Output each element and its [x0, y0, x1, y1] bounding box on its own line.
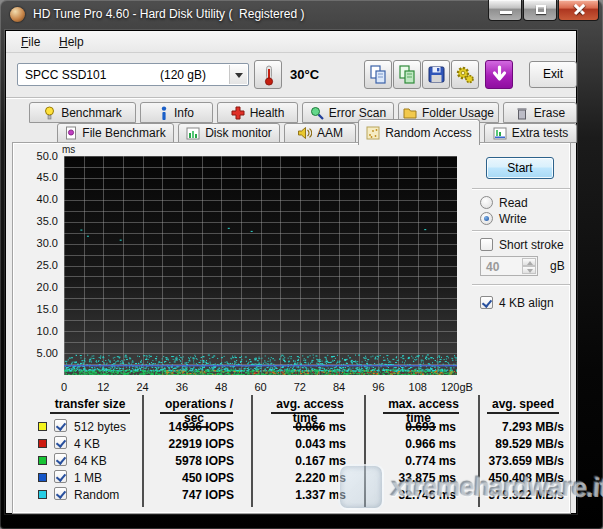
row-checkbox-512-bytes[interactable] [54, 419, 67, 432]
col-header-avg-speed: avg. speed [482, 397, 564, 411]
short-stroke-size-input[interactable]: 40 [480, 256, 538, 276]
temperature-button[interactable] [254, 60, 282, 89]
x-tick-label: 108 [409, 381, 427, 393]
operations-value: 747 IOPS [146, 488, 234, 502]
write-radio[interactable] [480, 212, 493, 225]
row-checkbox-random[interactable] [54, 487, 67, 500]
minimize-button[interactable] [488, 0, 522, 21]
series-color-swatch [38, 490, 47, 499]
avg-access-value: 0.167 ms [254, 454, 346, 468]
magnifier-icon [310, 106, 324, 120]
max-access-value: 0.966 ms [367, 437, 456, 451]
dropdown-arrow-box[interactable] [229, 65, 247, 84]
avg-speed-value: 450.408 MB/s [480, 471, 564, 485]
max-access-value: 0.693 ms [367, 420, 456, 434]
tab-file-benchmark[interactable]: File Benchmark [57, 123, 174, 143]
avg-speed-value: 7.293 MB/s [480, 420, 564, 434]
x-tick-label: 60 [254, 381, 266, 393]
copy-results-button[interactable] [393, 60, 421, 89]
max-access-value: 0.774 ms [367, 454, 456, 468]
row-checkbox-64kb[interactable] [54, 453, 67, 466]
row-label: Random [74, 488, 119, 502]
tab-health[interactable]: Health [217, 102, 298, 123]
y-tick-label: 20.0 [14, 281, 58, 294]
options-icon [455, 64, 476, 86]
random-access-scatter-canvas [64, 156, 457, 375]
maximize-button[interactable] [523, 0, 557, 21]
tab-label: Health [250, 106, 285, 120]
options-button[interactable] [451, 60, 479, 89]
short-stroke-checkbox[interactable] [480, 238, 493, 251]
table-row: 4 KB 22919 IOPS 0.043 ms 0.966 ms 89.529… [14, 436, 571, 452]
tab-disk-monitor[interactable]: Disk monitor [178, 123, 280, 143]
update-button[interactable] [485, 60, 513, 89]
window-body: File Help SPCC SSD101 (120 gB) 30°C [5, 30, 577, 514]
title-bar[interactable]: HD Tune Pro 4.60 - Hard Disk Utility ( R… [0, 0, 603, 30]
health-cross-icon [231, 106, 245, 120]
write-radio-label: Write [499, 212, 527, 226]
tab-label: Random Access [385, 126, 472, 140]
tab-extra-tests[interactable]: Extra tests [484, 123, 577, 143]
x-tick-label: 0 [61, 381, 67, 393]
x-tick-label: 96 [372, 381, 384, 393]
folder-icon [403, 106, 417, 119]
4kb-align-checkbox[interactable] [480, 296, 493, 309]
menu-bar: File Help [6, 31, 576, 53]
tab-label: File Benchmark [82, 126, 165, 140]
row-checkbox-1mb[interactable] [54, 470, 67, 483]
tab-random-access[interactable]: Random Access [358, 119, 480, 145]
exit-button[interactable]: Exit [529, 61, 577, 88]
menu-file[interactable]: File [16, 34, 45, 50]
copy-icon [368, 64, 389, 86]
series-color-swatch [38, 422, 47, 431]
tab-label: AAM [317, 126, 343, 140]
trash-icon [515, 106, 529, 120]
maximize-icon [536, 5, 546, 14]
menu-help[interactable]: Help [54, 34, 89, 50]
avg-speed-value: 379.322 MB/s [480, 488, 564, 502]
tab-benchmark[interactable]: Benchmark [29, 102, 136, 123]
tab-label: Benchmark [61, 106, 122, 120]
series-color-swatch [38, 456, 47, 465]
avg-access-value: 2.220 ms [254, 471, 346, 485]
row-label: 4 KB [74, 437, 100, 451]
4kb-align-label: 4 KB align [499, 296, 554, 310]
info-icon [159, 106, 169, 120]
update-arrow-icon [489, 64, 510, 86]
save-button[interactable] [422, 60, 450, 89]
drive-capacity: (120 gB) [160, 68, 206, 82]
y-tick-label: 35.0 [14, 215, 58, 228]
tab-erase[interactable]: Erase [503, 102, 577, 123]
avg-access-value: 0.066 ms [254, 420, 346, 434]
series-color-swatch [38, 439, 47, 448]
thermometer-icon [258, 64, 280, 87]
spin-down-button[interactable] [522, 266, 536, 274]
avg-access-value: 0.043 ms [254, 437, 346, 451]
y-tick-label: 10.0 [14, 325, 58, 338]
disk-monitor-icon [186, 127, 200, 140]
separator [472, 188, 570, 190]
spin-up-button[interactable] [522, 258, 536, 266]
toolbar: SPCC SSD101 (120 gB) 30°C [6, 54, 576, 98]
read-radio[interactable] [480, 196, 493, 209]
table-row: 1 MB 450 IOPS 2.220 ms 33.875 ms 450.408… [14, 470, 571, 486]
spin-down-icon [527, 269, 533, 273]
tab-aam[interactable]: AAM [284, 123, 356, 143]
tab-info[interactable]: Info [140, 102, 213, 123]
max-access-value: 32.746 ms [367, 488, 456, 502]
x-tick-label: 120gB [441, 381, 473, 393]
operations-value: 5978 IOPS [146, 454, 234, 468]
table-row: 512 bytes 14936 IOPS 0.066 ms 0.693 ms 7… [14, 419, 571, 435]
y-tick-label: 5.00 [14, 347, 58, 360]
drive-select[interactable]: SPCC SSD101 (120 gB) [17, 63, 249, 86]
spin-up-icon [527, 261, 533, 265]
close-button[interactable] [558, 0, 599, 21]
copy-button[interactable] [364, 60, 392, 89]
row-checkbox-4kb[interactable] [54, 436, 67, 449]
start-button[interactable]: Start [486, 157, 554, 179]
close-icon [573, 3, 586, 16]
avg-speed-value: 89.529 MB/s [480, 437, 564, 451]
col-header-transfer-size: transfer size [38, 397, 142, 411]
avg-speed-value: 373.659 MB/s [480, 454, 564, 468]
operations-value: 450 IOPS [146, 471, 234, 485]
